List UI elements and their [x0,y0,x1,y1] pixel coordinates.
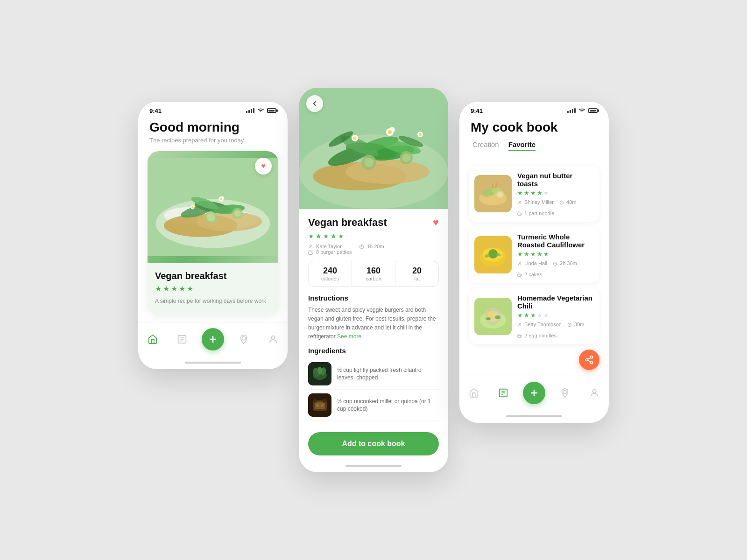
recipe-servings: 8 burger patties [308,249,357,255]
svg-point-87 [519,262,520,263]
nav-home-btn-1[interactable] [143,330,162,349]
cookbook-card-3[interactable]: Homemade Vegetarian Chili ★ ★ ★ ★ ★ Bett… [469,288,599,344]
nutrition-fat: 20 fat [395,261,438,286]
share-fab-button[interactable] [579,350,599,370]
ingredient-text-2: ½ cup uncooked millet or quinoa (or 1 cu… [337,398,439,413]
cookbook-card-img-1 [474,175,512,212]
battery-icon-1 [267,108,276,113]
see-more-link[interactable]: See more [337,333,361,340]
nav-home-btn-3[interactable] [465,384,483,402]
recipe-meta: Kate Taylor | 1h 20m 8 burger patties [308,244,439,255]
svg-point-63 [316,404,319,407]
svg-point-97 [495,315,500,319]
heart-icon-red[interactable]: ♥ [433,217,439,229]
wifi-icon-3 [578,108,585,114]
nav-add-btn-3[interactable] [523,382,545,404]
svg-point-25 [242,336,246,340]
cookbook-card-img-3 [474,298,512,335]
nav-recipes-btn-1[interactable] [173,330,191,349]
nav-recipes-btn-3[interactable] [494,384,513,402]
cookbook-card-body-1: Vegan nut butter toasts ★ ★ ★ ★ ★ Shirle… [517,172,594,216]
add-to-cookbook-button[interactable]: Add to cook book [308,432,439,455]
status-icons-1 [246,108,276,114]
recipe-card-desc-1: A simple recipe for working days before … [155,297,271,305]
cookbook-title: My cook book [471,120,598,135]
nav-profile-btn-1[interactable] [264,330,282,349]
cookbook-stars-3: ★ ★ ★ ★ ★ [517,312,594,319]
status-bar-3: 9:41 [459,102,609,116]
tabs-row: Creation Favorite [471,140,598,151]
svg-point-72 [498,192,502,197]
ingredient-img-1 [308,362,331,385]
svg-point-98 [486,317,491,320]
svg-point-115 [564,391,567,394]
back-button[interactable] [306,95,323,112]
svg-point-104 [591,356,593,358]
signal-icon-1 [246,108,254,113]
svg-point-14 [191,206,193,208]
status-bar-1: 9:41 [138,102,288,116]
cookbook-list: Vegan nut butter toasts ★ ★ ★ ★ ★ Shirle… [459,166,609,344]
svg-point-105 [586,359,588,361]
recipe-card-1[interactable]: ♥ Vegan breakfast ★ ★ ★ ★ ★ A simple rec… [148,151,278,315]
signal-icon-3 [567,108,576,113]
recipe-detail-image [299,88,448,209]
svg-point-106 [591,361,593,364]
svg-point-12 [220,197,222,200]
home-indicator-2 [345,465,402,467]
instructions-text: These sweet and spicy veggie burgers are… [308,306,439,342]
svg-point-84 [490,251,496,257]
bottom-nav-3 [459,376,609,413]
cookbook-card-title-1: Vegan nut butter toasts [517,172,594,188]
svg-point-96 [488,312,493,317]
bottom-nav-1 [138,322,288,360]
svg-point-16 [207,213,215,222]
recipe-header-row: Vegan breakfast ♥ [308,217,439,229]
cookbook-card-title-3: Homemade Vegetarian Chili [517,294,594,310]
svg-point-49 [402,154,410,162]
cookbook-card-1[interactable]: Vegan nut butter toasts ★ ★ ★ ★ ★ Shirle… [469,166,599,222]
phone-2: Vegan breakfast ♥ ★ ★ ★ ★ ★ Kate Taylor … [299,88,448,473]
svg-point-30 [345,160,430,184]
svg-line-108 [588,358,591,359]
stars-row-1: ★ ★ ★ ★ ★ [155,284,271,293]
recipe-stars-2: ★ ★ ★ ★ ★ [308,232,439,240]
home-indicator-1 [185,362,241,364]
svg-line-107 [588,360,591,362]
svg-point-99 [519,323,520,325]
nav-location-btn-3[interactable] [556,384,574,402]
svg-point-116 [592,390,596,393]
svg-rect-66 [323,399,326,403]
tab-favorite[interactable]: Favorite [508,140,536,151]
phone-1: 9:41 Good morning The recipes prepared f… [138,102,288,369]
cookbook-stars-2: ★ ★ ★ ★ ★ [517,251,594,258]
recipe-card-title-1: Vegan breakfast [155,271,271,281]
cookbook-card-2[interactable]: Turmeric Whole Roasted Cauliflower ★ ★ ★… [469,227,599,283]
svg-point-26 [271,336,275,339]
ingredient-img-2 [308,393,331,417]
nav-profile-btn-3[interactable] [585,384,604,402]
cookbook-card-body-3: Homemade Vegetarian Chili ★ ★ ★ ★ ★ Bett… [517,294,594,338]
greeting-title: Good morning [149,120,276,135]
cookbook-meta-3: Betty Thompson 30m 2 egg noodles [517,322,594,338]
nav-location-btn-1[interactable] [234,330,253,349]
svg-point-47 [364,158,374,167]
nutrition-row: 240 calories 160 carbon 20 fat [308,261,439,287]
phone3-content: My cook book Creation Favorite [459,116,609,418]
cookbook-card-img-2 [474,236,512,273]
recipe-card-image-1: ♥ [148,151,278,263]
svg-point-64 [321,404,324,407]
recipe-card-body-1: Vegan breakfast ★ ★ ★ ★ ★ A simple recip… [148,263,278,315]
phone1-content: Good morning The recipes prepared for yo… [138,116,288,364]
nutrition-calories: 240 calories [309,261,352,286]
nav-add-btn-1[interactable] [202,328,224,350]
ingredient-item-1: ½ cup lightly packed fresh cilantro leav… [308,358,439,390]
tab-creation[interactable]: Creation [472,140,499,151]
svg-point-18 [234,210,241,217]
recipe-main-title: Vegan breakfast [308,217,387,229]
time-3: 9:41 [471,107,483,114]
heart-favorite-btn-1[interactable]: ♥ [255,158,272,175]
cookbook-stars-1: ★ ★ ★ ★ ★ [517,189,594,196]
phone-3: 9:41 My cook book Creation [459,102,609,423]
phone1-header: Good morning The recipes prepared for yo… [138,116,288,151]
